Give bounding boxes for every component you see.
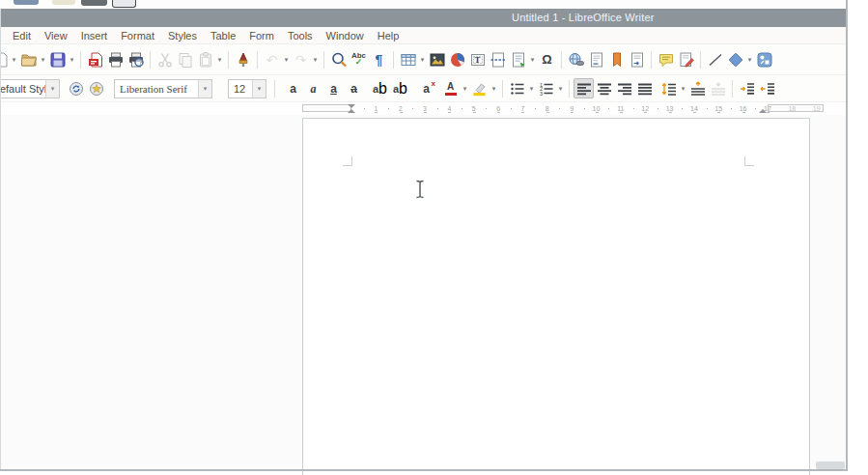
- numbered-list-caret[interactable]: ▾: [556, 84, 565, 94]
- align-right-icon[interactable]: [614, 78, 634, 98]
- italic-icon[interactable]: a: [303, 78, 323, 98]
- undo-icon[interactable]: ↶: [262, 49, 282, 70]
- clear-formatting-icon[interactable]: ax: [416, 78, 436, 98]
- menu-item-insert[interactable]: Insert: [74, 30, 115, 42]
- menu-item-format[interactable]: Format: [114, 30, 161, 42]
- font-size-value: 12: [229, 83, 252, 95]
- insert-bookmark-icon[interactable]: [606, 49, 627, 70]
- ruler-left-margin: [302, 104, 351, 112]
- field-dropdown-caret[interactable]: ▾: [528, 55, 537, 65]
- menu-item-view[interactable]: View: [38, 30, 74, 42]
- right-indent-marker[interactable]: [759, 109, 767, 113]
- paragraph-style-combo[interactable]: Default Style ▾: [0, 79, 60, 98]
- special-character-icon[interactable]: Ω: [537, 49, 557, 70]
- undo-dropdown-caret[interactable]: ▾: [282, 55, 291, 65]
- update-style-icon[interactable]: [66, 78, 86, 98]
- font-name-value: Liberation Serif: [115, 83, 198, 95]
- insert-field-icon[interactable]: [508, 49, 528, 70]
- insert-comment-icon[interactable]: [656, 49, 676, 70]
- font-name-combo[interactable]: Liberation Serif ▾: [114, 79, 212, 98]
- insert-image-icon[interactable]: [427, 49, 447, 70]
- cross-reference-icon[interactable]: [627, 49, 647, 70]
- first-line-indent-marker[interactable]: [348, 104, 355, 108]
- increase-indent-icon[interactable]: [737, 78, 757, 98]
- save-dropdown-caret[interactable]: ▾: [68, 55, 76, 65]
- track-changes-icon[interactable]: [676, 49, 696, 70]
- toolbar-separator: [393, 51, 394, 69]
- open-file-icon[interactable]: [18, 49, 39, 70]
- menu-item-styles[interactable]: Styles: [161, 30, 204, 42]
- font-size-combo[interactable]: 12 ▾: [228, 79, 266, 98]
- paragraph-style-caret[interactable]: ▾: [45, 80, 59, 98]
- paste-icon[interactable]: [195, 49, 215, 70]
- open-dropdown-caret[interactable]: ▾: [39, 55, 47, 65]
- shapes-dropdown-caret[interactable]: ▾: [745, 55, 754, 65]
- menu-bar: Edit View Insert Format Styles Table For…: [0, 27, 846, 44]
- formatting-marks-icon[interactable]: ¶: [369, 49, 389, 70]
- document-page[interactable]: [302, 118, 810, 475]
- browser-tab-fragment: [112, 0, 136, 8]
- new-style-icon[interactable]: [86, 78, 106, 98]
- highlight-color-icon[interactable]: [469, 78, 490, 98]
- redo-icon[interactable]: ↷: [291, 49, 311, 70]
- new-document-icon[interactable]: [1, 49, 10, 70]
- insert-text-box-icon[interactable]: T: [467, 49, 488, 70]
- font-name-caret[interactable]: ▾: [198, 80, 211, 98]
- find-replace-icon[interactable]: [328, 49, 349, 70]
- table-dropdown-caret[interactable]: ▾: [418, 55, 427, 65]
- align-center-icon[interactable]: [594, 78, 614, 98]
- bold-icon[interactable]: a: [283, 78, 303, 98]
- highlight-caret[interactable]: ▾: [490, 84, 498, 94]
- font-color-caret[interactable]: ▾: [461, 84, 469, 94]
- title-bar[interactable]: Untitled 1 - LibreOffice Writer: [0, 9, 846, 27]
- decrease-indent-icon[interactable]: [757, 78, 777, 98]
- menu-item-form[interactable]: Form: [242, 30, 281, 42]
- menu-item-edit[interactable]: Edit: [6, 30, 38, 42]
- numbered-list-icon[interactable]: 123: [536, 78, 556, 98]
- align-left-icon[interactable]: [574, 78, 594, 98]
- paste-dropdown-caret[interactable]: ▾: [215, 55, 224, 65]
- insert-hyperlink-icon[interactable]: [566, 49, 586, 70]
- copy-icon[interactable]: [175, 49, 195, 70]
- underline-icon[interactable]: a: [323, 78, 344, 98]
- insert-footnote-icon[interactable]: [586, 49, 606, 70]
- document-workspace: [0, 115, 846, 469]
- save-icon[interactable]: [47, 49, 68, 70]
- increase-paragraph-spacing-icon[interactable]: [687, 78, 708, 98]
- insert-chart-icon[interactable]: [447, 49, 467, 70]
- menu-item-help[interactable]: Help: [371, 30, 406, 42]
- bullet-list-icon[interactable]: [507, 78, 527, 98]
- font-color-icon[interactable]: A: [440, 78, 461, 98]
- left-indent-marker[interactable]: [348, 109, 355, 113]
- remote-desktop-screen: Untitled 1 - LibreOffice Writer Edit Vie…: [0, 0, 868, 475]
- superscript-icon[interactable]: ab: [370, 78, 390, 98]
- line-spacing-caret[interactable]: ▾: [679, 84, 687, 94]
- insert-line-icon[interactable]: [705, 49, 725, 70]
- menu-item-window[interactable]: Window: [320, 30, 371, 42]
- print-icon[interactable]: [105, 49, 126, 70]
- strikethrough-icon[interactable]: a: [344, 78, 364, 98]
- show-draw-functions-icon[interactable]: [754, 49, 774, 70]
- print-preview-icon[interactable]: [126, 49, 146, 70]
- toolbar-separator: [732, 80, 733, 98]
- bullet-list-caret[interactable]: ▾: [527, 84, 536, 94]
- screen-frame-right: [846, 0, 848, 470]
- insert-table-icon[interactable]: [398, 49, 418, 70]
- justify-icon[interactable]: [634, 78, 655, 98]
- insert-page-break-icon[interactable]: [488, 49, 508, 70]
- redo-dropdown-caret[interactable]: ▾: [311, 55, 320, 65]
- menu-item-table[interactable]: Table: [204, 30, 242, 42]
- new-dropdown-caret[interactable]: ▾: [10, 55, 18, 65]
- cut-icon[interactable]: [154, 49, 175, 70]
- toolbar-separator: [257, 51, 258, 69]
- export-pdf-icon[interactable]: [85, 49, 105, 70]
- clone-formatting-icon[interactable]: [233, 49, 253, 70]
- menu-item-tools[interactable]: Tools: [281, 30, 320, 42]
- toolbar-separator: [80, 51, 81, 69]
- decrease-paragraph-spacing-icon[interactable]: [708, 78, 728, 98]
- font-size-caret[interactable]: ▾: [252, 80, 266, 98]
- line-spacing-icon[interactable]: [658, 78, 679, 98]
- spelling-icon[interactable]: Abc✓: [349, 49, 369, 70]
- subscript-icon[interactable]: ab: [390, 78, 410, 98]
- basic-shapes-icon[interactable]: [725, 49, 745, 70]
